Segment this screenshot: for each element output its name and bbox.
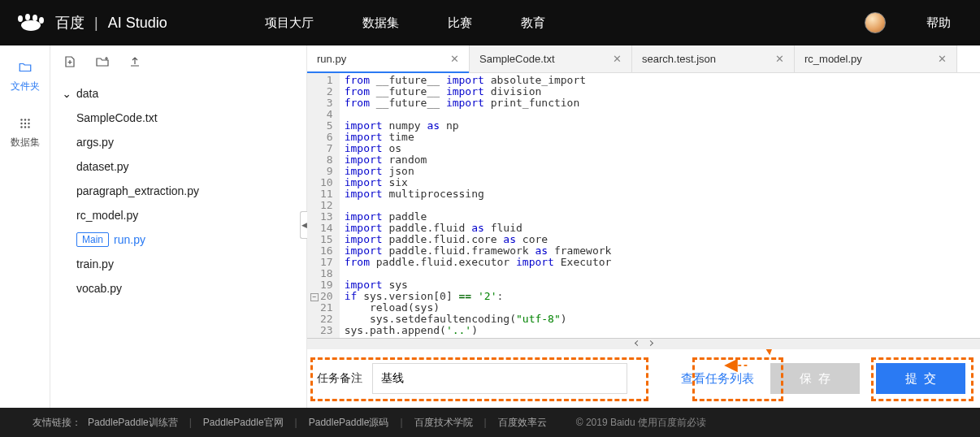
file-label: vocab.py <box>76 282 122 295</box>
dataset-icon <box>18 116 33 131</box>
close-icon[interactable]: ✕ <box>608 53 622 65</box>
nav-contests[interactable]: 比赛 <box>448 15 472 31</box>
tab-rc-model[interactable]: rc_model.py✕ <box>795 45 957 72</box>
upload-icon[interactable] <box>128 55 141 68</box>
logo[interactable]: 百度 | AI Studio <box>13 13 167 32</box>
tree-folder-data[interactable]: ⌃ data <box>50 81 306 106</box>
tab-label: run.py <box>317 53 445 65</box>
svg-point-2 <box>33 15 37 21</box>
horizontal-scrollbar[interactable] <box>307 338 980 349</box>
editor-tabs: run.py✕ SampleCode.txt✕ search.test.json… <box>307 45 980 73</box>
task-note-input[interactable] <box>372 363 627 394</box>
svg-point-12 <box>28 126 29 128</box>
main-badge: Main <box>76 232 109 247</box>
tree-file[interactable]: paragraph_extraction.py <box>50 179 306 203</box>
new-file-icon[interactable] <box>63 55 76 68</box>
file-panel: ⌃ data SampleCode.txt args.py dataset.py… <box>50 45 307 408</box>
file-label: rc_model.py <box>76 209 138 222</box>
svg-point-8 <box>24 123 25 124</box>
submit-button[interactable]: 提交 <box>876 363 965 394</box>
line-gutter: 12345678910111213141516171819−2021222324 <box>307 73 340 338</box>
folder-icon <box>18 60 33 75</box>
tree-file[interactable]: args.py <box>50 130 306 154</box>
folder-label: data <box>76 87 98 100</box>
footer-copyright: © 2019 Baidu 使用百度前必读 <box>576 416 706 430</box>
file-toolbar <box>50 45 306 78</box>
nav-edu[interactable]: 教育 <box>521 15 545 31</box>
nav-datasets[interactable]: 数据集 <box>362 15 399 31</box>
code-editor[interactable]: 12345678910111213141516171819−2021222324… <box>307 73 980 338</box>
svg-point-5 <box>24 119 25 120</box>
file-label: paragraph_extraction.py <box>76 184 199 197</box>
tab-label: SampleCode.txt <box>479 53 608 65</box>
rail-files[interactable]: 文件夹 <box>11 60 40 93</box>
svg-point-10 <box>20 126 22 128</box>
tab-samplecode[interactable]: SampleCode.txt✕ <box>470 45 632 72</box>
svg-point-6 <box>28 119 29 120</box>
code-body[interactable]: from __future__ import absolute_importfr… <box>340 73 980 338</box>
top-nav: 项目大厅 数据集 比赛 教育 <box>265 15 545 31</box>
left-rail: 文件夹 数据集 <box>0 45 50 408</box>
action-bar: 任务备注 查看任务列表 保存 提交 <box>307 349 980 408</box>
file-label: args.py <box>76 136 114 149</box>
chevron-down-icon: ⌃ <box>63 87 72 100</box>
rail-dataset[interactable]: 数据集 <box>11 116 40 149</box>
top-header: 百度 | AI Studio 项目大厅 数据集 比赛 教育 帮助 <box>0 0 980 45</box>
file-label: dataset.py <box>76 160 129 173</box>
svg-point-7 <box>20 123 22 124</box>
footer-link[interactable]: PaddlePaddle训练营 <box>88 416 178 430</box>
close-icon[interactable]: ✕ <box>770 53 784 65</box>
svg-point-3 <box>39 17 44 24</box>
new-folder-icon[interactable] <box>96 55 109 68</box>
tab-label: rc_model.py <box>804 53 933 65</box>
file-label: train.py <box>76 257 114 270</box>
tree-file-active[interactable]: Mainrun.py <box>50 227 306 252</box>
nav-lobby[interactable]: 项目大厅 <box>265 15 314 31</box>
avatar[interactable] <box>865 12 886 33</box>
file-tree: ⌃ data SampleCode.txt args.py dataset.py… <box>50 78 306 304</box>
tree-file[interactable]: rc_model.py <box>50 203 306 227</box>
save-button[interactable]: 保存 <box>770 363 860 394</box>
footer: 友情链接： PaddlePaddle训练营| PaddlePaddle官网| P… <box>0 408 980 437</box>
tab-label: search.test.json <box>642 53 770 65</box>
footer-lead: 友情链接： <box>33 416 81 430</box>
tree-file[interactable]: SampleCode.txt <box>50 106 306 130</box>
svg-point-0 <box>18 15 23 22</box>
file-label: SampleCode.txt <box>76 111 158 124</box>
footer-link[interactable]: PaddlePaddle源码 <box>309 416 389 430</box>
logo-separator: | <box>91 15 102 32</box>
footer-link[interactable]: 百度技术学院 <box>414 416 473 430</box>
svg-point-1 <box>25 14 30 20</box>
rail-dataset-label: 数据集 <box>11 136 40 149</box>
view-task-list-link[interactable]: 查看任务列表 <box>681 371 754 387</box>
file-label: run.py <box>114 233 145 246</box>
baidu-paw-icon <box>13 13 49 32</box>
editor-panel: ◀ run.py✕ SampleCode.txt✕ search.test.js… <box>307 45 980 408</box>
tree-file[interactable]: dataset.py <box>50 154 306 179</box>
logo-baidu-text: 百度 <box>55 13 85 32</box>
footer-link[interactable]: 百度效率云 <box>498 416 547 430</box>
svg-point-9 <box>28 123 29 124</box>
tree-file[interactable]: train.py <box>50 252 306 276</box>
footer-link[interactable]: PaddlePaddle官网 <box>203 416 284 430</box>
svg-point-11 <box>24 126 25 128</box>
tree-file[interactable]: vocab.py <box>50 276 306 301</box>
tab-run-py[interactable]: run.py✕ <box>307 45 470 72</box>
tab-search-json[interactable]: search.test.json✕ <box>632 45 795 72</box>
close-icon[interactable]: ✕ <box>933 53 947 65</box>
help-link[interactable]: 帮助 <box>926 15 951 31</box>
close-icon[interactable]: ✕ <box>445 53 459 65</box>
task-note-label: 任务备注 <box>317 371 362 386</box>
svg-point-4 <box>20 119 22 120</box>
logo-studio-text: AI Studio <box>108 15 167 32</box>
rail-files-label: 文件夹 <box>11 80 40 93</box>
